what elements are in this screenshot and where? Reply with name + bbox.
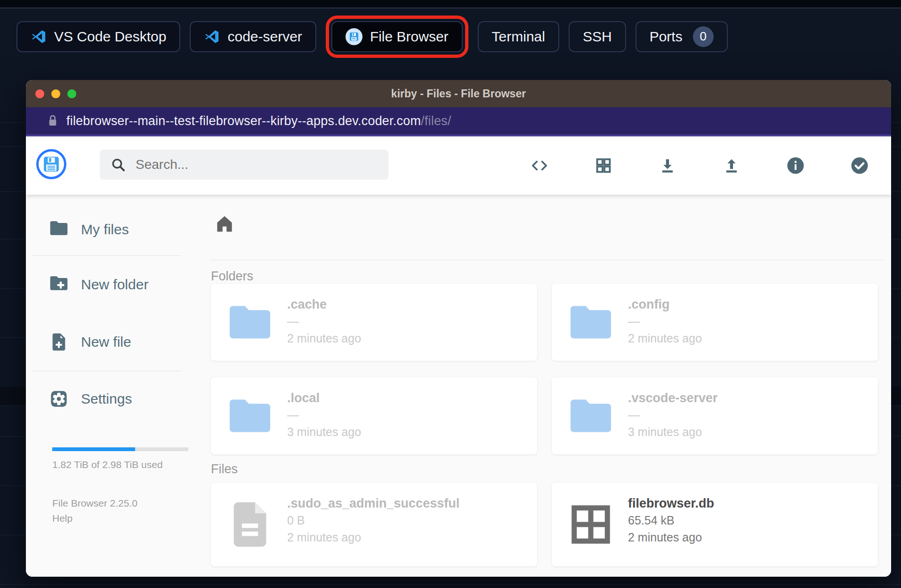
window-titlebar: kirby - Files - File Browser	[26, 80, 891, 107]
vscode-icon	[31, 29, 47, 45]
workspace-app-bar: VS Code Desktop code-server File Browser	[0, 9, 901, 64]
files-grid: .sudo_as_admin_successful 0 B 2 minutes …	[211, 483, 878, 566]
search-icon	[110, 157, 126, 173]
item-modified: 3 minutes ago	[628, 423, 718, 440]
upload-icon[interactable]	[711, 157, 752, 175]
ports-count-badge: 0	[693, 26, 714, 47]
filebrowser-header	[26, 136, 891, 195]
storage-usage-text: 1.82 TiB of 2.98 TiB used	[52, 459, 163, 470]
item-modified: 3 minutes ago	[287, 423, 361, 440]
vscode-desktop-button[interactable]: VS Code Desktop	[16, 21, 180, 52]
url-host: filebrowser--main--test-filebrowser--kir…	[66, 114, 421, 128]
filebrowser-logo[interactable]	[36, 149, 66, 179]
background-row-divider	[0, 584, 901, 585]
window-title: kirby - Files - File Browser	[391, 87, 526, 100]
item-name: filebrowser.db	[628, 495, 714, 512]
top-tab-strip	[0, 0, 901, 8]
vscode-desktop-label: VS Code Desktop	[54, 29, 166, 45]
code-server-label: code-server	[227, 29, 302, 45]
sidebar-item-settings[interactable]: Settings	[48, 388, 132, 410]
folder-card-local[interactable]: .local — 3 minutes ago	[211, 377, 537, 454]
item-size: —	[287, 406, 361, 423]
folder-icon	[565, 377, 617, 454]
browser-url-bar[interactable]: filebrowser--main--test-filebrowser--kir…	[26, 107, 891, 136]
item-name: .vscode-server	[628, 389, 718, 406]
file-browser-floppy-icon	[346, 28, 362, 45]
item-modified: 2 minutes ago	[628, 529, 714, 546]
item-size: —	[628, 313, 702, 330]
sidebar-item-label: New folder	[81, 277, 148, 293]
folder-card-config[interactable]: .config — 2 minutes ago	[552, 284, 878, 361]
settings-icon	[48, 389, 69, 408]
breadcrumb-home-button[interactable]	[213, 213, 236, 235]
sidebar-item-new-file[interactable]: New file	[48, 331, 131, 353]
item-name: .sudo_as_admin_successful	[287, 495, 459, 512]
terminal-label: Terminal	[492, 29, 545, 45]
file-browser-button[interactable]: File Browser	[331, 21, 463, 52]
new-folder-icon	[48, 274, 69, 295]
close-window-button[interactable]	[35, 89, 44, 98]
ssh-button[interactable]: SSH	[569, 21, 626, 52]
database-file-icon	[565, 483, 617, 566]
item-modified: 2 minutes ago	[287, 529, 459, 546]
sidebar-item-my-files[interactable]: My files	[48, 218, 129, 241]
item-size: —	[628, 406, 718, 423]
info-icon[interactable]	[775, 156, 816, 175]
terminal-button[interactable]: Terminal	[478, 21, 559, 52]
help-link[interactable]: Help	[52, 513, 72, 524]
folder-icon	[224, 284, 276, 361]
files-section-title: Files	[211, 462, 238, 477]
minimize-window-button[interactable]	[51, 89, 60, 98]
sidebar-item-label: Settings	[81, 391, 132, 407]
item-modified: 2 minutes ago	[287, 330, 361, 347]
folder-icon	[224, 377, 276, 454]
url-path: /files/	[421, 114, 451, 128]
new-file-icon	[48, 333, 69, 351]
folder-card-cache[interactable]: .cache — 2 minutes ago	[211, 284, 537, 361]
header-toolbar	[519, 136, 880, 195]
folders-section-title: Folders	[211, 269, 253, 284]
storage-usage-fill	[52, 447, 135, 451]
lock-icon	[48, 114, 58, 127]
breadcrumb-divider	[209, 260, 883, 260]
file-icon	[224, 483, 276, 566]
item-size: 65.54 kB	[628, 512, 714, 529]
vscode-icon	[204, 29, 220, 45]
ports-button[interactable]: Ports 0	[636, 21, 728, 52]
file-card-sudo-as-admin-successful[interactable]: .sudo_as_admin_successful 0 B 2 minutes …	[211, 483, 537, 566]
grid-view-icon[interactable]	[583, 157, 624, 175]
search-input[interactable]	[136, 157, 378, 172]
folder-icon	[565, 284, 617, 361]
zoom-window-button[interactable]	[67, 89, 76, 98]
download-icon[interactable]	[647, 157, 688, 175]
item-name: .cache	[287, 296, 361, 313]
folder-icon	[48, 219, 69, 240]
file-card-filebrowser-db[interactable]: filebrowser.db 65.54 kB 2 minutes ago	[552, 483, 878, 566]
item-modified: 2 minutes ago	[628, 330, 702, 347]
storage-usage-bar	[52, 447, 188, 451]
url-text: filebrowser--main--test-filebrowser--kir…	[66, 114, 451, 128]
sidebar-item-label: My files	[81, 222, 129, 238]
file-listing: Folders .cache — 2 minutes ago	[181, 195, 891, 577]
browser-window: kirby - Files - File Browser filebrowser…	[26, 80, 891, 577]
code-view-icon[interactable]	[519, 158, 560, 174]
sidebar: My files New folder New file	[26, 195, 181, 577]
filebrowser-body: My files New folder New file	[26, 195, 891, 577]
search-bar[interactable]	[100, 150, 388, 180]
sidebar-divider	[32, 255, 181, 256]
item-name: .local	[287, 389, 361, 406]
sidebar-divider	[32, 371, 181, 371]
item-size: 0 B	[287, 512, 459, 529]
ssh-label: SSH	[583, 29, 612, 45]
folders-grid: .cache — 2 minutes ago .config — 2 minut…	[211, 284, 878, 454]
sidebar-item-label: New file	[81, 334, 131, 350]
sidebar-item-new-folder[interactable]: New folder	[48, 273, 148, 296]
ports-label: Ports	[650, 29, 683, 45]
window-controls	[35, 89, 76, 98]
code-server-button[interactable]: code-server	[190, 21, 316, 52]
file-browser-highlight-ring: File Browser	[326, 16, 468, 58]
app-version: File Browser 2.25.0	[52, 498, 137, 509]
folder-card-vscode-server[interactable]: .vscode-server — 3 minutes ago	[552, 377, 878, 454]
select-multiple-icon[interactable]	[839, 156, 880, 175]
item-size: —	[287, 313, 361, 330]
